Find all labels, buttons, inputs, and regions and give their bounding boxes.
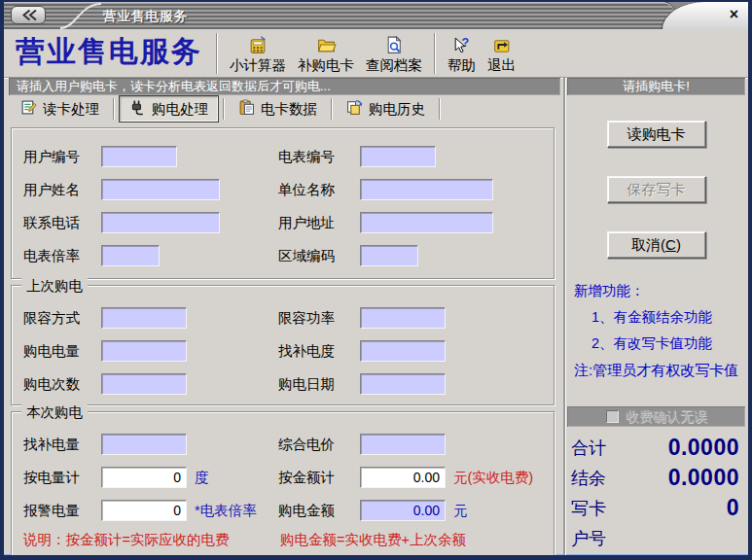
by-energy-input[interactable] (101, 467, 187, 488)
buy-card-label: 补购电卡 (298, 56, 354, 75)
side-panel: 请插购电卡! 读购电卡 保存写卡 取消(C) 新增功能： 1、有金额结余功能 2… (567, 78, 745, 555)
plug-icon (129, 99, 146, 119)
account-label: 户号 (571, 527, 631, 550)
separator (216, 33, 218, 74)
side-panel-header: 请插购电卡! (567, 78, 745, 95)
tab-purchase[interactable]: 购电处理 (119, 95, 219, 122)
limit-mode-input[interactable] (101, 307, 187, 329)
status-message: 请插入用户购电卡，读卡分析电表返回数据后才可购电... (17, 78, 331, 95)
alarm-label: 报警电量 (23, 502, 101, 520)
separator (439, 98, 441, 120)
svg-text:?: ? (462, 36, 470, 50)
close-button[interactable]: × (730, 6, 738, 23)
basic-info-group: 用户编号 电表编号 用户姓名 单位名称 联系电话 用户地址 (11, 127, 555, 279)
buy-card-button[interactable]: 补购电卡 (292, 31, 360, 76)
amount-unit: 元 (453, 502, 468, 520)
tab-read-card[interactable]: 读卡处理 (11, 96, 109, 122)
separator (223, 98, 225, 120)
titlebar-swoosh (58, 2, 103, 29)
titlebar[interactable]: 营业售电服务 × (4, 2, 748, 29)
phone-label: 联系电话 (23, 214, 101, 232)
tab-label: 读卡处理 (43, 100, 99, 119)
feature-item: 1、有金额结余功能 (574, 304, 745, 331)
calculator-button[interactable]: 小计算器 (224, 31, 292, 76)
refund-qty-input[interactable] (101, 434, 187, 455)
feature-admin-note: 注:管理员才有权改写卡值 (574, 357, 745, 383)
page-title: 营业售电服务 (8, 32, 210, 74)
cancel-hotkey: C (665, 236, 676, 253)
limit-mode-label: 限容方式 (23, 309, 101, 328)
tab-bar: 读卡处理 购电处理 电卡数据 (9, 95, 560, 122)
confirm-label: 收费确认无误 (626, 408, 707, 426)
app-logo-icon (11, 6, 46, 24)
count-label: 购电次数 (23, 375, 101, 394)
note-left: 说明：按金额计=实际应收的电费 (23, 531, 280, 549)
user-no-input[interactable] (101, 146, 177, 167)
date-label: 购电日期 (278, 375, 360, 394)
current-purchase-group: 本次购电 找补电量 综合电价 按电量计 度 按金额计 (11, 411, 555, 557)
region-code-label: 区域编码 (278, 247, 360, 265)
help-label: 帮助 (448, 56, 476, 75)
energy-input[interactable] (101, 340, 187, 362)
refund-degree-label: 找补电度 (278, 342, 360, 361)
help-button[interactable]: ? 帮助 (442, 31, 482, 76)
user-name-label: 用户姓名 (23, 181, 101, 199)
balance-value: 0.0000 (631, 465, 739, 491)
count-input[interactable] (101, 373, 187, 395)
separator (331, 98, 333, 120)
by-amount-label: 按金额计 (278, 469, 360, 487)
cancel-button[interactable]: 取消(C) (607, 231, 706, 259)
refund-qty-label: 找补电量 (23, 436, 101, 454)
exit-icon (491, 35, 512, 56)
amount-input[interactable] (360, 500, 446, 521)
read-card-icon (20, 99, 37, 119)
confirm-checkbox[interactable] (606, 410, 619, 423)
tab-card-data[interactable]: 电卡数据 (229, 96, 327, 122)
cancel-label: 取消( (631, 236, 665, 253)
archives-button[interactable]: 查阅档案 (360, 31, 428, 76)
energy-label: 购电电量 (23, 342, 101, 361)
meter-no-label: 电表编号 (278, 148, 360, 166)
exit-button[interactable]: 退出 (482, 31, 521, 76)
app-window: 营业售电服务 × 营业售电服务 小计算器 补购电卡 查阅档案 ? (0, 0, 752, 560)
doc-search-icon (384, 35, 405, 56)
tab-label: 购电历史 (369, 100, 425, 119)
tab-label: 购电处理 (152, 100, 208, 119)
history-icon (346, 99, 363, 119)
read-card-button[interactable]: 读购电卡 (607, 121, 706, 148)
by-amount-unit: 元(实收电费) (453, 469, 533, 487)
meter-ratio-input[interactable] (101, 245, 160, 266)
address-label: 用户地址 (278, 214, 360, 232)
calculator-icon (248, 35, 269, 56)
total-label: 合计 (571, 437, 631, 460)
archives-label: 查阅档案 (366, 56, 422, 75)
alarm-input[interactable] (101, 500, 187, 521)
meter-no-input[interactable] (360, 146, 436, 167)
refund-degree-input[interactable] (360, 340, 446, 362)
tab-label: 电卡数据 (261, 100, 317, 119)
left-column: 请插入用户购电卡，读卡分析电表返回数据后才可购电... 读卡处理 购电处理 (4, 78, 560, 555)
feature-item: 2、有改写卡值功能 (574, 331, 745, 357)
save-write-button: 保存写卡 (607, 176, 706, 203)
confirm-bar: 收费确认无误 (567, 406, 745, 427)
alarm-note: *电表倍率 (195, 502, 257, 520)
price-input[interactable] (360, 434, 446, 455)
by-amount-input[interactable] (360, 467, 446, 488)
tab-history[interactable]: 购电历史 (337, 96, 435, 122)
user-name-input[interactable] (101, 179, 220, 200)
header-band: 营业售电服务 小计算器 补购电卡 查阅档案 ? 帮助 (4, 29, 748, 78)
balance-label: 结余 (571, 467, 631, 490)
region-code-input[interactable] (360, 245, 418, 266)
total-value: 0.0000 (631, 435, 739, 461)
address-input[interactable] (360, 212, 493, 233)
features-title: 新增功能： (574, 278, 745, 304)
write-card-value: 0 (631, 495, 739, 521)
folder-icon (316, 35, 337, 56)
unit-name-input[interactable] (360, 179, 493, 200)
status-bar: 请插入用户购电卡，读卡分析电表返回数据后才可购电... (9, 78, 560, 95)
features-note: 新增功能： 1、有金额结余功能 2、有改写卡值功能 注:管理员才有权改写卡值 (567, 278, 745, 383)
date-input[interactable] (360, 373, 446, 395)
limit-power-input[interactable] (360, 307, 446, 329)
phone-input[interactable] (101, 212, 220, 233)
by-energy-unit: 度 (195, 469, 209, 487)
